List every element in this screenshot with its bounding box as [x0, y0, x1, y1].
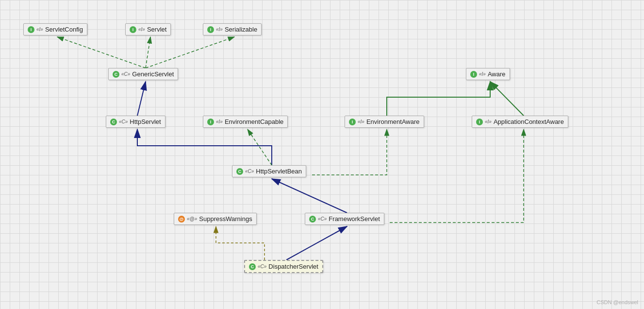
node-label: Serializable [225, 26, 257, 33]
svg-line-8 [272, 179, 347, 213]
svg-line-3 [57, 37, 146, 68]
svg-line-10 [490, 82, 524, 116]
class-icon: C [113, 71, 119, 78]
interface-icon: I [470, 71, 477, 78]
node-label: Aware [488, 70, 506, 78]
interface-icon: I [207, 26, 214, 33]
annotation-icon: @ [178, 216, 185, 223]
node-label: EnvironmentCapable [225, 118, 283, 125]
node-label: GenericServlet [132, 70, 174, 78]
watermark: CSDN @endswel [596, 299, 638, 305]
node-environmentaware[interactable]: I «I» EnvironmentAware [345, 116, 424, 128]
node-genericservlet[interactable]: C «C» GenericServlet [108, 68, 178, 80]
class-icon: C [110, 119, 117, 125]
node-label: EnvironmentAware [366, 118, 420, 125]
node-label: SuppressWarnings [199, 215, 252, 223]
node-frameworkservlet[interactable]: C «C» FrameworkServlet [305, 213, 384, 225]
node-label: FrameworkServlet [329, 215, 380, 223]
node-servlet[interactable]: I «I» Servlet [125, 23, 171, 35]
node-label: DispatcherServlet [268, 263, 318, 270]
class-icon: C [309, 216, 316, 223]
svg-line-6 [137, 82, 146, 116]
node-suppresswarnings[interactable]: @ «@» SuppressWarnings [174, 213, 257, 225]
node-label: HttpServlet [130, 118, 161, 125]
class-icon: C [249, 263, 256, 270]
svg-line-5 [146, 37, 234, 68]
node-aware[interactable]: I «I» Aware [466, 68, 510, 80]
svg-line-4 [146, 37, 150, 68]
interface-icon: I [28, 26, 34, 33]
node-applicationcontextaware[interactable]: I «I» ApplicationContextAware [472, 116, 568, 128]
node-environmentcapable[interactable]: I «I» EnvironmentCapable [203, 116, 288, 128]
node-servletconfig[interactable]: I «I» ServletConfig [23, 23, 87, 35]
node-label: Servlet [147, 26, 166, 33]
svg-line-9 [286, 226, 347, 260]
interface-icon: I [476, 119, 483, 125]
interface-icon: I [207, 119, 214, 125]
node-dispatcherservlet[interactable]: C «C» DispatcherServlet [244, 260, 323, 273]
node-serializable[interactable]: I «I» Serializable [203, 23, 262, 35]
class-icon: C [236, 168, 243, 175]
node-httpservletbean[interactable]: C «C» HttpServletBean [232, 165, 306, 177]
interface-icon: I [349, 119, 356, 125]
node-label: HttpServletBean [256, 168, 302, 175]
node-httpservlet[interactable]: C «C» HttpServlet [106, 116, 165, 128]
node-label: ApplicationContextAware [494, 118, 564, 125]
node-label: ServletConfig [45, 26, 83, 33]
diagram-canvas: I «I» ServletConfig I «I» Servlet I «I» … [0, 0, 644, 309]
interface-icon: I [130, 26, 136, 33]
svg-line-7 [248, 129, 272, 165]
